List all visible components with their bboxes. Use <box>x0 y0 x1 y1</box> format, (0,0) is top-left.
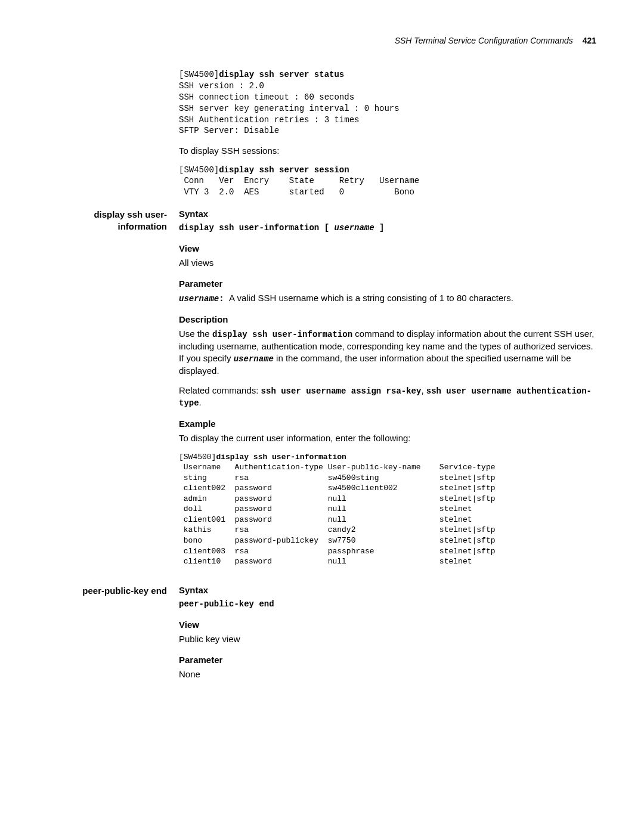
server-status-code: [SW4500]display ssh server status SSH ve… <box>179 69 596 137</box>
view-heading: View <box>179 243 596 253</box>
syntax-heading: Syntax <box>179 585 596 595</box>
sessions-code: [SW4500]display ssh server session Conn … <box>179 165 596 199</box>
sessions-intro: To display SSH sessions: <box>179 145 596 157</box>
section-user-info: display ssh user-information Syntax disp… <box>48 209 596 566</box>
example-code: [SW4500]display ssh user-information Use… <box>179 452 596 567</box>
related-commands: Related commands: ssh user username assi… <box>179 385 596 410</box>
syntax-line: peer-public-key end <box>179 599 596 610</box>
view-body: All views <box>179 257 596 269</box>
parameter-body: None <box>179 668 596 680</box>
parameter-heading: Parameter <box>179 278 596 289</box>
page-header: SSH Terminal Service Configuration Comma… <box>48 36 596 45</box>
section-peer-key: peer-public-key end Syntax peer-public-k… <box>48 585 596 688</box>
page-number: 421 <box>583 36 596 45</box>
parameter-body: username: A valid SSH username which is … <box>179 292 596 305</box>
header-title: SSH Terminal Service Configuration Comma… <box>395 36 573 45</box>
example-heading: Example <box>179 419 596 429</box>
example-intro: To display the current user information,… <box>179 432 596 444</box>
view-heading: View <box>179 620 596 630</box>
view-body: Public key view <box>179 633 596 645</box>
section-title-left: display ssh user-information <box>48 209 167 232</box>
description-body: Use the display ssh user-information com… <box>179 328 596 377</box>
parameter-heading: Parameter <box>179 655 596 665</box>
intro-block: [SW4500]display ssh server status SSH ve… <box>48 69 596 198</box>
description-heading: Description <box>179 314 596 324</box>
syntax-line: display ssh user-information [ username … <box>179 222 596 234</box>
syntax-heading: Syntax <box>179 209 596 219</box>
section-title-left: peer-public-key end <box>48 585 167 597</box>
